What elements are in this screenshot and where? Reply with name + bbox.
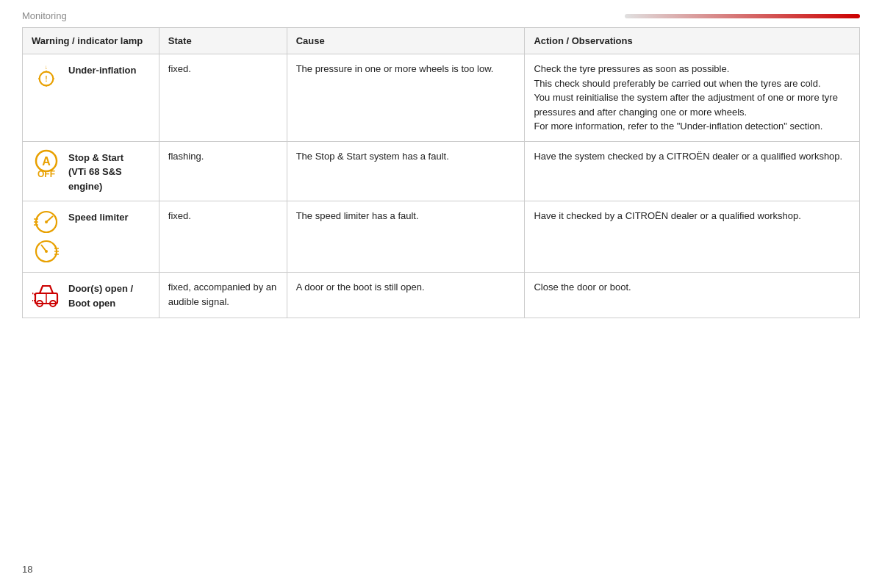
action-cell-0: Check the tyre pressures as soon as poss…	[525, 54, 860, 142]
tyre-pressure-icon: ! ↓	[32, 62, 61, 88]
state-cell-3: fixed, accompanied by an audible signal.	[159, 273, 287, 318]
svg-point-18	[45, 250, 48, 253]
state-cell-2: fixed.	[159, 201, 287, 273]
lamp-name-under-inflation: Under-inflation	[68, 62, 136, 78]
action-cell-2: Have it checked by a CITROËN dealer or a…	[525, 201, 860, 273]
lamp-cell-speed-limiter: Speed limiter	[23, 201, 159, 273]
svg-text:↓: ↓	[45, 64, 48, 71]
table-row: A OFF Stop & Start(VTi 68 S&Sengine) fla…	[23, 141, 860, 201]
door-open-icon	[32, 280, 61, 309]
table-header-row: Warning / indicator lamp State Cause Act…	[23, 28, 860, 54]
table-row: Door(s) open /Boot open fixed, accompani…	[23, 273, 860, 318]
cause-cell-3: A door or the boot is still open.	[287, 273, 525, 318]
main-content: Warning / indicator lamp State Cause Act…	[0, 27, 882, 318]
speed-limiter-icon	[32, 209, 61, 265]
page-number: 18	[22, 564, 32, 575]
lamp-name-speed-limiter: Speed limiter	[68, 209, 129, 225]
cause-cell-1: The Stop & Start system has a fault.	[287, 141, 525, 201]
table-row: Speed limiter fixed. The speed limiter h…	[23, 201, 860, 273]
cause-cell-0: The pressure in one or more wheels is to…	[287, 54, 525, 142]
page-header: Monitoring	[0, 0, 882, 27]
state-cell-1: flashing.	[159, 141, 287, 201]
lamp-cell-stop-start: A OFF Stop & Start(VTi 68 S&Sengine)	[23, 141, 159, 201]
th-lamp: Warning / indicator lamp	[23, 28, 159, 54]
page-title: Monitoring	[22, 10, 67, 21]
table-row: ! ↓ Under-infla	[23, 54, 860, 142]
monitoring-table: Warning / indicator lamp State Cause Act…	[22, 27, 860, 318]
th-cause: Cause	[287, 28, 525, 54]
cause-cell-2: The speed limiter has a fault.	[287, 201, 525, 273]
svg-point-12	[45, 220, 48, 223]
th-action: Action / Observations	[525, 28, 860, 54]
stop-start-icon: A OFF	[32, 149, 61, 180]
action-cell-3: Close the door or boot.	[525, 273, 860, 318]
lamp-cell-door-open: Door(s) open /Boot open	[23, 273, 159, 318]
lamp-name-stop-start: Stop & Start(VTi 68 S&Sengine)	[68, 149, 123, 194]
lamp-name-door-open: Door(s) open /Boot open	[68, 280, 133, 310]
door-open-bold: Door(s) open	[68, 283, 128, 294]
boot-open-bold: Boot open	[68, 298, 115, 309]
action-cell-1: Have the system checked by a CITROËN dea…	[525, 141, 860, 201]
header-decoration	[625, 14, 860, 18]
state-cell-0: fixed.	[159, 54, 287, 142]
page-footer: 18	[22, 564, 32, 575]
svg-text:!: !	[45, 75, 47, 83]
svg-text:OFF: OFF	[37, 169, 55, 179]
lamp-cell-under-inflation: ! ↓ Under-infla	[23, 54, 159, 142]
th-state: State	[159, 28, 287, 54]
svg-text:A: A	[42, 155, 51, 168]
